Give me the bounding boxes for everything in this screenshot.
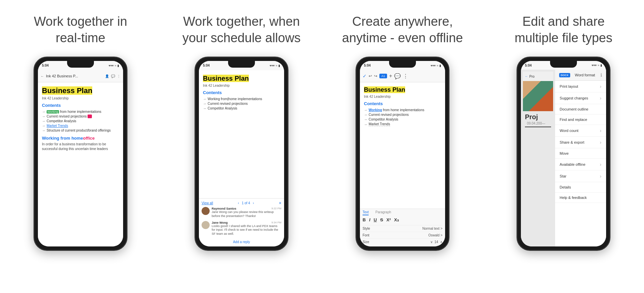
phone-screen-3: 5:04 ▾▾▾ ≈ ▮ ✓ ↩ ↪ A1 + 💬 ⋮ — [360, 61, 445, 246]
phone3-top-bar: ✓ ↩ ↪ A1 + 💬 ⋮ — [360, 70, 445, 82]
comment-time-1: 9:22 PM — [271, 207, 281, 210]
signal-icon: ▾▾▾ — [270, 64, 275, 67]
menu-label-offline: Available offline — [560, 162, 586, 166]
style-value[interactable]: Normal text > — [422, 227, 442, 230]
phone-screen-1: 5:04 ▾▾▾ ≈ ▮ ← Ink 42 Business P... 👤 💬 … — [38, 61, 123, 246]
superscript-icon[interactable]: X² — [386, 217, 391, 222]
close-icon[interactable]: ✕ — [279, 201, 281, 205]
feature-schedule: Work together, when your schedule allows… — [161, 0, 322, 251]
feature-realtime: Work together in real-time 5:04 ▾▾▾ ≈ ▮ … — [0, 0, 161, 251]
doc-content-3: Business Plan Ink 42 Leadership Contents… — [360, 82, 445, 209]
battery-icon: ▮ — [439, 64, 441, 67]
phone-screen-2: 5:04 ▾▾▾ ≈ ▮ Business Plan Ink 42 Leader… — [199, 61, 284, 246]
comment-2: Jane Wong 9:34 PM Looks good! I shared w… — [202, 221, 281, 236]
doc-title-2: Business Plan — [203, 74, 280, 82]
format-row-style: Style Normal text > — [363, 225, 442, 232]
list-item-1c: → Competitor Analysis — [42, 119, 119, 123]
battery-icon: ▮ — [600, 64, 602, 67]
underline-icon[interactable]: U — [374, 217, 377, 222]
check-icon[interactable]: ✓ — [363, 73, 367, 79]
menu-share-export[interactable]: Share & export › — [555, 137, 606, 148]
strikethrough-icon[interactable]: S — [380, 217, 383, 222]
tab-text[interactable]: Text — [363, 210, 369, 215]
comment-time-2: 9:34 PM — [271, 221, 281, 224]
doc-title-1: Business Plan — [42, 86, 119, 95]
feature-filetypes: Edit and share multiple file types 5:04 … — [483, 0, 644, 251]
comments-header: View all ‹ 1 of 4 › ✕ — [202, 201, 281, 205]
divider — [525, 127, 551, 127]
view-all[interactable]: View all — [202, 201, 213, 205]
phone-notch-2 — [228, 61, 255, 68]
feature-title-4: Edit and share multiple file types — [515, 13, 612, 47]
menu-label-star: Star — [560, 174, 567, 178]
undo-icon[interactable]: ↩ — [369, 74, 372, 78]
status-time-2: 5:04 — [203, 64, 210, 67]
arrow-wordcount: › — [600, 128, 601, 133]
more3-icon[interactable]: ⋮ — [403, 73, 408, 79]
list-item-1d: → Market Trends — [42, 124, 119, 128]
feature-offline: Create anywhere, anytime - even offline … — [322, 0, 483, 251]
redo-icon[interactable]: ↪ — [374, 74, 377, 78]
font-value[interactable]: Oswald > — [428, 233, 442, 237]
menu-details[interactable]: Details — [555, 182, 606, 193]
menu-doc-outline[interactable]: Document outline — [555, 104, 606, 115]
phone-4: 5:04 ▾▾▾ ≈ ▮ ← Pro — [517, 57, 610, 251]
status-icons-2: ▾▾▾ ≈ ▮ — [270, 64, 280, 67]
menu-label-suggest: Suggest changes — [560, 96, 588, 100]
subscript-icon[interactable]: X₂ — [394, 217, 399, 222]
toolbar-icons-1: 👤 💬 ⋮ — [105, 74, 120, 78]
phone-notch-4 — [550, 61, 577, 68]
phone-notch-1 — [67, 61, 94, 68]
menu-header: DOCX Word format ℹ — [555, 70, 606, 81]
phone-2: 5:04 ▾▾▾ ≈ ▮ Business Plan Ink 42 Leader… — [195, 57, 288, 251]
menu-help-feedback[interactable]: Help & feedback — [555, 193, 606, 203]
style-label: Style — [363, 227, 370, 230]
menu-find-replace[interactable]: Find and replace — [555, 115, 606, 125]
menu-word-count[interactable]: Word count › — [555, 125, 606, 137]
comment-icon[interactable]: 💬 — [111, 74, 115, 78]
list-item-1e: → Structure of current product/brand off… — [42, 129, 119, 132]
a1-btn[interactable]: A1 — [379, 74, 387, 78]
bold-icon[interactable]: B — [363, 217, 366, 222]
status-time-1: 5:04 — [42, 64, 49, 67]
signal-icon: ▾▾▾ — [109, 64, 114, 67]
font-label: Font — [363, 233, 369, 237]
person-icon[interactable]: 👤 — [105, 74, 109, 78]
doc-toolbar-title: Pro — [529, 75, 535, 78]
italic-icon[interactable]: I — [369, 217, 370, 222]
add-reply-btn[interactable]: Add a reply — [202, 239, 281, 244]
menu-suggest-changes[interactable]: Suggest changes › — [555, 92, 606, 104]
plus-icon[interactable]: + — [389, 73, 392, 79]
toggle-offline[interactable]: › — [600, 162, 601, 167]
phone4-menu-side: DOCX Word format ℹ Print layout › Sugges… — [555, 70, 606, 246]
toolbar-title-1: Ink 42 Business P... — [46, 74, 103, 78]
doc-proj-date: 09.04.200— — [523, 122, 553, 125]
toggle-print[interactable]: › — [600, 84, 601, 89]
comments-panel: View all ‹ 1 of 4 › ✕ Raymond Santos — [199, 198, 284, 246]
list-item-3d: → Market Trends — [364, 122, 441, 126]
size-label: Size — [363, 240, 369, 244]
back4-icon[interactable]: ← — [525, 75, 528, 78]
comment-content-1: Raymond Santos 9:22 PM Jane Wong can you… — [212, 207, 281, 218]
prev-icon[interactable]: ‹ — [238, 201, 239, 205]
menu-star[interactable]: Star › — [555, 170, 606, 182]
comment-content-2: Jane Wong 9:34 PM Looks good! I shared w… — [212, 221, 281, 236]
size-value[interactable]: ∨ 14 ∧ — [430, 240, 442, 244]
toggle-suggest[interactable]: › — [600, 95, 601, 101]
back-icon[interactable]: ← — [41, 74, 44, 78]
edit-tabs: Text Paragraph — [363, 210, 442, 215]
menu-available-offline[interactable]: Available offline › — [555, 159, 606, 170]
app-toolbar-1: ← Ink 42 Business P... 👤 💬 ⋮ — [38, 70, 123, 82]
menu-print-layout[interactable]: Print layout › — [555, 81, 606, 92]
info-icon[interactable]: ℹ — [600, 72, 602, 78]
tab-paragraph[interactable]: Paragraph — [375, 210, 391, 215]
feature-title-2: Work together, when your schedule allows — [182, 13, 301, 47]
toggle-star[interactable]: › — [600, 173, 601, 179]
next-icon[interactable]: › — [253, 201, 254, 205]
more-icon[interactable]: ⋮ — [117, 74, 120, 78]
doc-section-3: Contents — [364, 101, 441, 106]
menu-move[interactable]: Move — [555, 148, 606, 159]
phone4-doc-toolbar: ← Pro — [523, 72, 553, 81]
comment2-icon[interactable]: 💬 — [394, 73, 401, 79]
wifi-icon: ≈ — [276, 64, 277, 67]
